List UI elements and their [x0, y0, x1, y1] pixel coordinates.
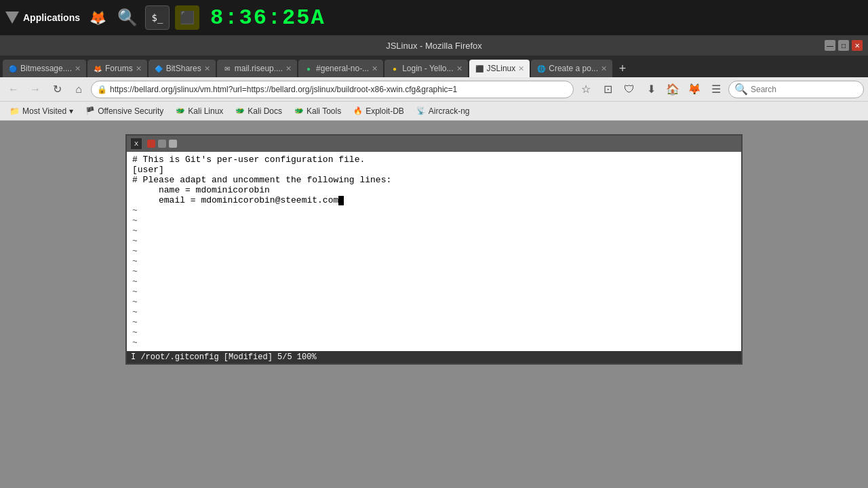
terminal-tilde-9: ~: [132, 287, 736, 297]
terminal-tilde-8: ~: [132, 277, 736, 287]
address-bar[interactable]: [110, 85, 568, 94]
files-taskbar-icon[interactable]: ⬛: [175, 5, 199, 30]
tab-label: JSLinux: [487, 64, 516, 73]
terminal-line-5: email = mdominicorobin@steemit.com: [132, 195, 736, 205]
terminal-tilde-6: ~: [132, 256, 736, 266]
search-taskbar-icon[interactable]: 🔍: [115, 5, 140, 30]
maximize-button[interactable]: □: [838, 40, 849, 51]
back-button[interactable]: ←: [4, 80, 23, 99]
tab-favicon: 🔷: [154, 64, 163, 73]
tab-general[interactable]: ● #general-no-... ✕: [298, 60, 383, 77]
terminal-status-bar: I /root/.gitconfig [Modified] 5/5 100%: [127, 351, 741, 363]
sync-button[interactable]: ⊡: [598, 80, 617, 99]
tab-jslinux[interactable]: ⬛ JSLinux ✕: [469, 60, 530, 77]
tab-label: BitShares: [166, 64, 201, 73]
bm-kali-docs[interactable]: 🐲 Kali Docs: [230, 104, 288, 119]
reload-button[interactable]: ↻: [47, 80, 66, 99]
terminal-line-3: # Please adapt and uncomment the followi…: [132, 175, 736, 185]
tab-close-icon[interactable]: ✕: [204, 64, 210, 73]
terminal-tilde-10: ~: [132, 297, 736, 307]
menu-button[interactable]: ☰: [707, 80, 726, 99]
bm-label: Kali Linux: [188, 106, 223, 116]
bm-label: Aircrack-ng: [429, 106, 470, 116]
bookmarks-bar: 📁 Most Visited ▾ 🏴 Offensive Security 🐲 …: [0, 102, 868, 121]
tab-close-icon[interactable]: ✕: [372, 64, 378, 73]
shield-button[interactable]: 🛡: [620, 80, 639, 99]
tab-favicon: 🌐: [536, 64, 546, 73]
exploit-icon: 🔥: [353, 106, 363, 115]
bm-label: Exploit-DB: [366, 106, 404, 116]
tab-forums[interactable]: 🦊 Forums ✕: [87, 60, 147, 77]
term-maximize-button[interactable]: [169, 140, 177, 148]
search-bar-container: 🔍: [728, 81, 864, 98]
tab-label: Login - Yello...: [402, 64, 453, 73]
tab-close-icon[interactable]: ✕: [136, 64, 142, 73]
search-icon: 🔍: [734, 83, 748, 96]
firefox-icon-button[interactable]: 🦊: [685, 80, 704, 99]
tab-close-icon[interactable]: ✕: [601, 64, 607, 73]
terminal-line-1: # This is Git's per-user configuration f…: [132, 155, 736, 165]
terminal-status-text: I /root/.gitconfig [Modified] 5/5 100%: [131, 352, 317, 362]
tab-mail[interactable]: ✉ mail.riseup.... ✕: [217, 60, 297, 77]
terminal-editor-window[interactable]: X # This is Git's per-user configuration…: [125, 134, 743, 365]
terminal-tilde-11: ~: [132, 307, 736, 317]
term-minimize-button[interactable]: [158, 140, 166, 148]
tab-favicon: 🦊: [93, 64, 102, 73]
kali-tools-icon: 🐲: [294, 106, 304, 115]
bm-label: Kali Docs: [248, 106, 282, 116]
terminal-titlebar: X: [127, 136, 741, 152]
window-title: JSLinux - Mozilla Firefox: [386, 41, 482, 51]
firefox-taskbar-icon[interactable]: 🦊: [85, 5, 110, 30]
tab-create[interactable]: 🌐 Create a po... ✕: [531, 60, 612, 77]
bm-kali-linux[interactable]: 🐲 Kali Linux: [170, 104, 229, 119]
firefox-home-button[interactable]: 🏠: [663, 80, 682, 99]
tab-bitmessage[interactable]: 🔵 Bitmessage.... ✕: [3, 60, 86, 77]
taskbar: Applications 🦊 🔍 $_ ⬛ 8:36:25A: [0, 0, 868, 35]
tab-login[interactable]: ● Login - Yello... ✕: [384, 60, 467, 77]
terminal-tilde-12: ~: [132, 317, 736, 327]
title-bar: JSLinux - Mozilla Firefox — □ ✕: [0, 35, 868, 56]
tab-label: Create a po...: [549, 64, 598, 73]
tab-label: Bitmessage....: [20, 64, 72, 73]
bm-label: Offensive Security: [98, 106, 163, 116]
terminal-line-4: name = mdominicorobin: [132, 185, 736, 195]
download-button[interactable]: ⬇: [642, 80, 660, 99]
folder-icon: 📁: [9, 106, 20, 116]
bm-offensive-security[interactable]: 🏴 Offensive Security: [80, 104, 169, 119]
terminal-line-2: [user]: [132, 165, 736, 175]
tab-label: mail.riseup....: [235, 64, 283, 73]
minimize-button[interactable]: —: [825, 40, 835, 51]
new-tab-button[interactable]: +: [614, 60, 631, 77]
tab-label: Forums: [105, 64, 133, 73]
tab-close-icon[interactable]: ✕: [456, 64, 462, 73]
tab-close-icon[interactable]: ✕: [75, 64, 81, 73]
terminal-tilde-1: ~: [132, 205, 736, 216]
bm-most-visited[interactable]: 📁 Most Visited ▾: [4, 104, 79, 119]
taskbar-apps-menu[interactable]: Applications: [5, 12, 80, 24]
terminal-tilde-2: ~: [132, 216, 736, 226]
terminal-window-icon: X: [131, 138, 142, 149]
tab-close-icon[interactable]: ✕: [285, 64, 292, 73]
terminal-tilde-4: ~: [132, 236, 736, 246]
bm-exploit-db[interactable]: 🔥 Exploit-DB: [348, 104, 410, 119]
search-input[interactable]: [751, 85, 852, 94]
home-button[interactable]: ⌂: [69, 80, 88, 99]
address-bar-container: 🔒: [91, 81, 574, 98]
terminal-tilde-3: ~: [132, 226, 736, 236]
apps-label: Applications: [23, 12, 80, 23]
terminal-taskbar-icon[interactable]: $_: [145, 5, 170, 30]
tab-bitshares[interactable]: 🔷 BitShares ✕: [149, 60, 216, 77]
bookmark-star-button[interactable]: ☆: [576, 80, 595, 99]
bm-aircrack[interactable]: 📡 Aircrack-ng: [411, 104, 475, 119]
close-button[interactable]: ✕: [852, 40, 863, 51]
bm-kali-tools[interactable]: 🐲 Kali Tools: [289, 104, 347, 119]
term-close-button[interactable]: [147, 140, 155, 148]
tab-close-icon[interactable]: ✕: [518, 64, 524, 73]
kali-docs-icon: 🐲: [235, 106, 245, 115]
bm-label: Most Visited: [22, 106, 66, 116]
tab-favicon: ●: [390, 64, 399, 73]
kali-icon: 🐲: [176, 106, 185, 115]
forward-button[interactable]: →: [26, 80, 45, 99]
terminal-body[interactable]: # This is Git's per-user configuration f…: [127, 152, 741, 351]
bm-label: Kali Tools: [307, 106, 341, 116]
